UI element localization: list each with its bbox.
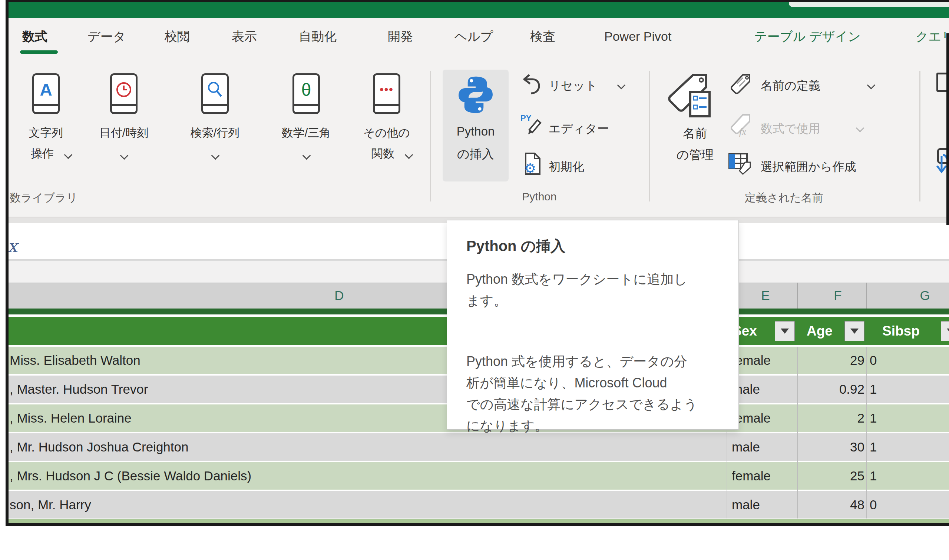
column-header-g[interactable]: G xyxy=(904,283,945,309)
group-separator xyxy=(430,71,431,202)
text-functions-icon: A xyxy=(32,73,60,114)
name-cell: , Master. Hudson Trevor xyxy=(10,375,148,403)
tooltip-line: Python 数式をワークシートに追加し xyxy=(466,269,687,290)
gear-icon: ⚙ xyxy=(524,161,536,176)
age-cell: 25 xyxy=(797,462,864,490)
filter-button-age[interactable] xyxy=(844,321,864,341)
lookup-reference-icon xyxy=(201,73,229,114)
column-border xyxy=(797,283,798,309)
table-row[interactable]: son, Mr. Harry male 48 0 xyxy=(9,491,949,518)
name-cell: , Miss. Helen Loraine xyxy=(10,405,131,432)
group-separator xyxy=(919,71,920,202)
window-border-bottom xyxy=(6,523,949,526)
fx-icon-partial[interactable]: x xyxy=(8,235,17,256)
next-row-sliver xyxy=(9,519,949,523)
column-header-f[interactable]: F xyxy=(818,283,858,309)
window-border-left xyxy=(6,0,9,526)
insert-python-tooltip: Python の挿入 Python 数式をワークシートに追加し ます。 Pyth… xyxy=(447,220,739,430)
more-functions-icon: ••• xyxy=(373,73,400,114)
column-border xyxy=(866,283,867,309)
sex-cell: male xyxy=(732,433,760,461)
create-from-selection-button[interactable]: 選択範囲から作成 xyxy=(761,159,856,175)
filter-triangle-icon xyxy=(850,329,858,334)
tooltip-paragraph-2: Python 式を使用すると、データの分 析が簡単になり、Microsoft C… xyxy=(466,351,697,437)
python-reset-button[interactable]: リセット xyxy=(549,78,597,94)
insert-python-label2: の挿入 xyxy=(443,146,509,163)
group-label-function-library: 数ライブラリ xyxy=(10,190,78,206)
tab-table-design[interactable]: テーブル デザイン xyxy=(755,18,861,55)
name-cell: , Mrs. Hudson J C (Bessie Waldo Daniels) xyxy=(10,462,252,490)
sibsp-cell: 0 xyxy=(870,491,877,518)
name-cell: , Mr. Hudson Joshua Creighton xyxy=(10,433,188,461)
tab-power-pivot[interactable]: Power Pivot xyxy=(604,18,671,55)
sibsp-cell: 1 xyxy=(870,433,877,461)
tab-review[interactable]: 校閲 xyxy=(165,18,190,55)
tab-query[interactable]: クエリ xyxy=(916,18,949,55)
tab-inspect[interactable]: 検査 xyxy=(530,18,555,55)
tab-view[interactable]: 表示 xyxy=(232,18,257,55)
sibsp-cell: 1 xyxy=(870,405,877,432)
sex-cell: female xyxy=(732,462,771,490)
table-row[interactable]: , Mr. Hudson Joshua Creighton male 30 1 xyxy=(9,433,949,461)
use-in-formula-button[interactable]: 数式で使用 xyxy=(761,121,820,137)
math-trig-button[interactable]: 数学/三角 xyxy=(273,125,339,141)
filter-button-sex[interactable] xyxy=(775,321,795,341)
text-functions-label2: 操作 xyxy=(16,146,68,162)
window-border-top xyxy=(6,0,949,2)
table-header-age: Age xyxy=(807,317,833,345)
window-border-right xyxy=(946,33,949,225)
filter-button-sibsp[interactable] xyxy=(941,321,949,341)
undo-reset-icon xyxy=(521,73,541,96)
define-name-button[interactable]: 名前の定義 xyxy=(761,78,820,94)
tooltip-line: ます。 xyxy=(466,290,687,311)
svg-text:fx: fx xyxy=(739,126,746,137)
date-time-button[interactable]: 日付/時刻 xyxy=(91,125,157,141)
sex-cell: male xyxy=(732,491,760,518)
tooltip-line: での高速な計算にアクセスできるよう xyxy=(466,394,697,415)
filter-triangle-icon xyxy=(781,329,789,334)
name-manager-button[interactable]: 名前 xyxy=(664,125,727,142)
group-label-python: Python xyxy=(430,190,649,203)
text-functions-button[interactable]: 文字列 xyxy=(16,125,76,141)
math-trig-icon: θ xyxy=(293,73,320,114)
age-cell: 0.92 xyxy=(797,375,864,403)
group-separator xyxy=(649,71,650,202)
tab-automate[interactable]: 自動化 xyxy=(299,18,336,55)
name-manager-icon xyxy=(666,72,712,120)
create-from-selection-icon xyxy=(728,152,753,176)
name-cell: son, Mr. Harry xyxy=(10,491,91,518)
tooltip-line: Python 式を使用すると、データの分 xyxy=(466,351,697,372)
python-editor-button[interactable]: エディター xyxy=(549,121,609,137)
search-box-partial[interactable] xyxy=(789,2,949,7)
tab-formulas[interactable]: 数式 xyxy=(22,18,48,55)
define-name-icon xyxy=(730,73,752,97)
python-init-button[interactable]: 初期化 xyxy=(549,159,584,175)
name-cell: Miss. Elisabeth Walton xyxy=(10,347,140,374)
tab-developer[interactable]: 開発 xyxy=(388,18,413,55)
filter-triangle-icon xyxy=(947,329,949,334)
python-init-icon: ⚙ xyxy=(522,152,543,177)
selected-tab-underline xyxy=(20,50,58,54)
group-label-defined-names: 定義された名前 xyxy=(650,190,919,206)
sibsp-cell: 0 xyxy=(870,347,877,374)
excel-window: 数式 データ 校閲 表示 自動化 開発 ヘルプ 検査 Power Pivot テ… xyxy=(0,0,949,560)
tab-data[interactable]: データ xyxy=(88,18,126,55)
age-cell: 2 xyxy=(797,405,864,432)
insert-python-label1: Python xyxy=(443,125,509,138)
cell-border xyxy=(797,347,798,518)
column-header-d[interactable]: D xyxy=(319,283,360,309)
tooltip-line: 析が簡単になり、Microsoft Cloud xyxy=(466,372,697,394)
svg-text:PY: PY xyxy=(520,113,532,123)
column-header-e[interactable]: E xyxy=(745,283,786,309)
python-logo-icon xyxy=(455,73,496,118)
sibsp-cell: 1 xyxy=(870,462,877,490)
table-row[interactable]: , Mrs. Hudson J C (Bessie Waldo Daniels)… xyxy=(9,462,949,490)
table-header-sibsp: Sibsp xyxy=(882,317,920,345)
lookup-reference-button[interactable]: 検索/行列 xyxy=(182,125,248,141)
more-functions-label2: 関数 xyxy=(357,146,409,162)
tooltip-line: になります。 xyxy=(466,415,697,437)
more-functions-button[interactable]: その他の xyxy=(357,125,416,141)
cell-border xyxy=(866,347,867,518)
python-editor-icon: PY xyxy=(520,113,543,139)
tab-help[interactable]: ヘルプ xyxy=(454,18,493,55)
